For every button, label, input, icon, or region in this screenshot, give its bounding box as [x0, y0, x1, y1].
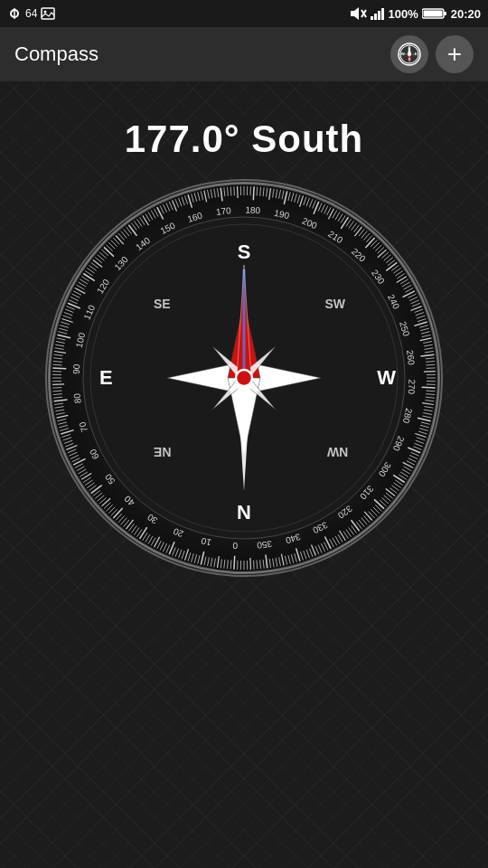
svg-line-354 — [407, 461, 415, 466]
intercardinal-NW: NW — [327, 445, 348, 459]
svg-line-143 — [59, 328, 68, 331]
svg-point-20 — [408, 52, 411, 56]
svg-line-156 — [73, 291, 81, 296]
svg-text:260: 260 — [405, 349, 417, 365]
svg-line-242 — [291, 193, 294, 202]
svg-text:270: 270 — [407, 379, 418, 395]
svg-line-346 — [416, 440, 424, 443]
svg-rect-13 — [423, 11, 442, 17]
svg-line-313 — [424, 344, 433, 346]
svg-marker-4 — [351, 7, 359, 20]
status-right-icons: 100% 20:20 — [351, 7, 482, 21]
status-left-icons: 64 — [7, 6, 55, 21]
svg-line-302 — [416, 313, 424, 316]
svg-line-316 — [421, 354, 435, 356]
svg-line-56 — [160, 542, 164, 551]
svg-line-205 — [185, 195, 188, 204]
time-display: 20:20 — [451, 7, 481, 21]
svg-line-150 — [66, 307, 74, 310]
svg-line-357 — [402, 469, 410, 474]
svg-text:0: 0 — [232, 541, 239, 551]
svg-line-252 — [318, 203, 322, 211]
svg-line-197 — [160, 206, 164, 214]
svg-line-91 — [81, 474, 91, 480]
svg-text:E: E — [415, 52, 418, 56]
svg-line-417 — [263, 560, 264, 569]
svg-text:30: 30 — [145, 512, 160, 526]
svg-line-34 — [224, 560, 225, 569]
svg-text:N: N — [408, 46, 411, 51]
svg-line-320 — [427, 364, 436, 365]
svg-line-199 — [166, 203, 170, 211]
intercardinal-NE: NE — [154, 445, 171, 459]
svg-text:40: 40 — [122, 494, 136, 508]
svg-line-333 — [422, 403, 434, 405]
svg-line-216 — [218, 188, 219, 197]
svg-line-37 — [214, 559, 216, 568]
svg-line-414 — [269, 559, 270, 568]
svg-line-257 — [333, 211, 337, 219]
svg-line-318 — [426, 358, 435, 359]
battery-text-left: 64 — [25, 7, 37, 20]
svg-text:280: 280 — [401, 407, 415, 424]
svg-line-36 — [218, 556, 220, 568]
svg-text:190: 190 — [273, 208, 290, 222]
compass-settings-button[interactable]: N S W E — [390, 35, 428, 73]
svg-line-47 — [185, 549, 189, 560]
svg-line-211 — [201, 191, 202, 200]
svg-line-311 — [420, 338, 432, 341]
svg-line-200 — [169, 202, 173, 210]
cardinal-S: S — [238, 241, 251, 264]
svg-line-30 — [234, 556, 235, 570]
svg-line-122 — [53, 391, 62, 392]
svg-line-96 — [73, 458, 85, 465]
svg-line-244 — [297, 194, 300, 203]
svg-text:210: 210 — [326, 229, 344, 246]
svg-rect-10 — [381, 8, 384, 20]
svg-line-327 — [422, 387, 436, 388]
svg-line-129 — [52, 368, 66, 369]
svg-line-307 — [419, 326, 428, 328]
svg-line-261 — [341, 217, 348, 229]
svg-line-32 — [230, 561, 231, 570]
svg-line-360 — [393, 475, 405, 482]
svg-line-120 — [53, 397, 62, 398]
svg-line-413 — [273, 559, 275, 568]
svg-line-110 — [59, 425, 68, 428]
svg-line-60 — [148, 536, 153, 544]
svg-line-409 — [285, 556, 286, 565]
svg-line-111 — [58, 422, 67, 424]
svg-line-338 — [418, 418, 431, 420]
svg-line-101 — [68, 449, 76, 453]
svg-line-246 — [304, 197, 306, 205]
svg-line-103 — [65, 443, 73, 447]
add-button[interactable]: + — [436, 35, 474, 73]
svg-line-406 — [295, 553, 297, 562]
svg-text:90: 90 — [71, 363, 82, 374]
svg-line-397 — [318, 545, 322, 553]
svg-line-345 — [417, 438, 425, 440]
svg-line-321 — [427, 368, 436, 369]
svg-line-117 — [54, 403, 63, 404]
svg-line-222 — [234, 186, 235, 195]
svg-line-221 — [230, 187, 231, 196]
svg-line-322 — [424, 372, 436, 373]
svg-line-179 — [116, 236, 124, 245]
svg-line-213 — [208, 190, 210, 199]
svg-line-255 — [327, 207, 332, 215]
svg-line-353 — [408, 458, 417, 462]
svg-line-168 — [93, 260, 102, 268]
svg-line-131 — [53, 364, 62, 365]
svg-line-41 — [201, 552, 203, 565]
cardinal-N: N — [237, 501, 251, 524]
svg-line-134 — [54, 354, 63, 355]
svg-line-391 — [333, 538, 337, 546]
svg-line-149 — [65, 309, 73, 313]
svg-line-190 — [143, 215, 149, 225]
svg-line-395 — [324, 542, 328, 551]
svg-text:170: 170 — [215, 205, 231, 217]
svg-line-234 — [269, 188, 271, 200]
top-bar-actions: N S W E + — [390, 35, 474, 73]
svg-line-233 — [267, 188, 267, 197]
svg-line-106 — [61, 434, 70, 437]
